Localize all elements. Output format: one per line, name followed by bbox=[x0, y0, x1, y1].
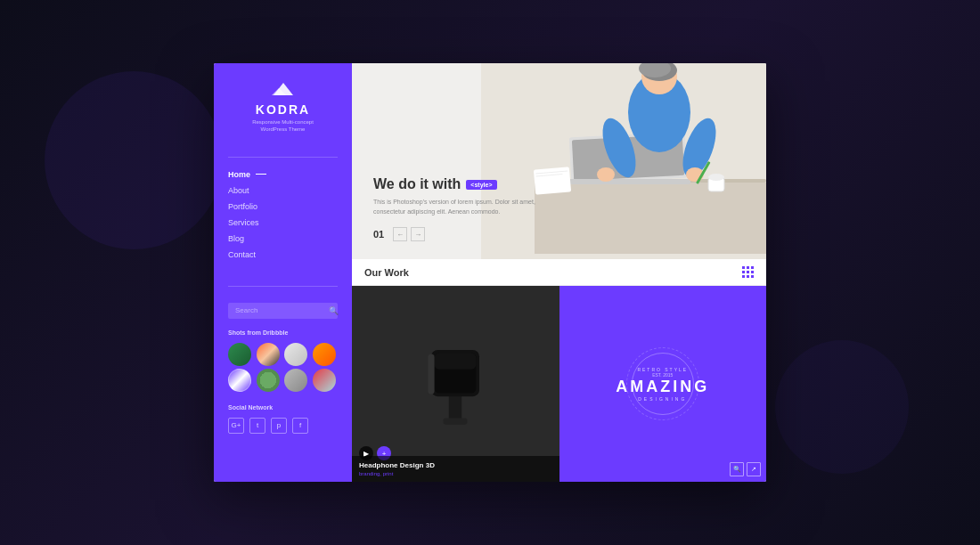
brand-name: KODRA bbox=[256, 102, 310, 117]
social-icon-facebook[interactable]: f bbox=[292, 418, 308, 434]
nav-item-portfolio[interactable]: Portfolio bbox=[228, 199, 338, 215]
dribbble-grid bbox=[228, 343, 338, 392]
sidebar-divider-1 bbox=[228, 157, 338, 158]
hero-text-area: We do it with <style> This is Photoshop'… bbox=[373, 176, 551, 241]
nav-label-portfolio: Portfolio bbox=[228, 202, 257, 211]
dribbble-shot-5[interactable] bbox=[228, 369, 251, 392]
portfolio-item-1-info: Headphone Design 3D branding, print bbox=[352, 456, 559, 482]
svg-rect-23 bbox=[444, 419, 468, 425]
headphone-3d-visual bbox=[415, 338, 495, 430]
dribbble-shot-8[interactable] bbox=[313, 369, 336, 392]
dribbble-label: Shots from Dribbble bbox=[228, 329, 338, 336]
nav-label-about: About bbox=[228, 186, 249, 195]
svg-rect-7 bbox=[566, 179, 690, 184]
dribbble-section: Shots from Dribbble bbox=[228, 329, 338, 404]
nav-label-contact: Contact bbox=[228, 250, 256, 259]
search-box[interactable]: 🔍 bbox=[228, 303, 338, 319]
portfolio-title: Our Work bbox=[364, 267, 409, 278]
social-icon-pinterest[interactable]: p bbox=[271, 418, 287, 434]
dribbble-shot-6[interactable] bbox=[257, 369, 280, 392]
dribbble-shot-3[interactable] bbox=[284, 343, 307, 366]
social-label: Social Network bbox=[228, 404, 338, 411]
dribbble-shot-4[interactable] bbox=[313, 343, 336, 366]
portfolio-item-1-title: Headphone Design 3D bbox=[359, 461, 552, 469]
nav-link-contact[interactable]: Contact bbox=[228, 250, 338, 259]
nav-dash-home bbox=[256, 174, 266, 175]
logo-icon bbox=[270, 81, 297, 97]
nav-item-contact[interactable]: Contact bbox=[228, 247, 338, 263]
nav-link-portfolio[interactable]: Portfolio bbox=[228, 202, 338, 211]
nav-menu: Home About Portfolio Services bbox=[228, 167, 338, 263]
amazing-badge: RETRO STYLE EST. 2015 Amazing DESIGNING bbox=[623, 344, 703, 424]
slide-number: 01 bbox=[373, 229, 384, 240]
nav-link-services[interactable]: Services bbox=[228, 218, 338, 227]
portfolio-external-link-button[interactable]: ↗ bbox=[747, 462, 761, 476]
social-icons: G+ t p f bbox=[228, 418, 338, 434]
nav-item-blog[interactable]: Blog bbox=[228, 231, 338, 247]
hero-nav: 01 ← → bbox=[373, 227, 551, 241]
nav-item-home[interactable]: Home bbox=[228, 167, 338, 183]
portfolio-item-2-actions: 🔍 ↗ bbox=[730, 462, 761, 476]
sidebar: KODRA Responsive Multi-concept WordPress… bbox=[214, 63, 352, 482]
badge-est-text: EST. 2015 bbox=[652, 372, 673, 378]
portfolio-item-1-tags: branding, print bbox=[359, 471, 552, 476]
dribbble-shot-7[interactable] bbox=[284, 369, 307, 392]
grid-view-toggle[interactable] bbox=[742, 266, 754, 278]
nav-link-home[interactable]: Home bbox=[228, 170, 338, 179]
nav-label-blog: Blog bbox=[228, 234, 244, 243]
svg-rect-27 bbox=[429, 354, 435, 395]
main-content: We do it with <style> This is Photoshop'… bbox=[352, 63, 766, 482]
svg-rect-26 bbox=[435, 354, 477, 370]
dribbble-shot-1[interactable] bbox=[228, 343, 251, 366]
badge-designing-text: DESIGNING bbox=[638, 396, 687, 402]
nav-label-home: Home bbox=[228, 170, 250, 179]
svg-point-14 bbox=[597, 167, 615, 182]
svg-point-18 bbox=[708, 174, 724, 181]
dribbble-shot-2[interactable] bbox=[257, 343, 280, 366]
portfolio-search-button[interactable]: 🔍 bbox=[730, 462, 744, 476]
hero-section: We do it with <style> This is Photoshop'… bbox=[352, 63, 766, 259]
style-badge: <style> bbox=[466, 180, 496, 190]
hero-arrows: ← → bbox=[393, 227, 425, 241]
nav-link-blog[interactable]: Blog bbox=[228, 234, 338, 243]
logo-area: KODRA Responsive Multi-concept WordPress… bbox=[228, 81, 338, 134]
screen-wrapper: KODRA Responsive Multi-concept WordPress… bbox=[0, 0, 980, 545]
hero-description: This is Photoshop's version of lorem ips… bbox=[373, 198, 551, 216]
badge-amazing-text: Amazing bbox=[616, 378, 709, 396]
search-button[interactable]: 🔍 bbox=[329, 306, 339, 315]
nav-item-services[interactable]: Services bbox=[228, 215, 338, 231]
portfolio-header: Our Work bbox=[352, 259, 766, 286]
prev-arrow-button[interactable]: ← bbox=[393, 227, 407, 241]
search-input[interactable] bbox=[235, 306, 329, 314]
social-icon-gplus[interactable]: G+ bbox=[228, 418, 244, 434]
next-arrow-button[interactable]: → bbox=[411, 227, 425, 241]
portfolio-grid: ▶ + Headphone Design 3D branding, print … bbox=[352, 286, 766, 482]
hero-title-prefix: We do it with bbox=[373, 176, 461, 192]
svg-rect-4 bbox=[535, 183, 766, 254]
nav-label-services: Services bbox=[228, 218, 259, 227]
nav-link-about[interactable]: About bbox=[228, 186, 338, 195]
hero-title: We do it with <style> bbox=[373, 176, 551, 192]
nav-item-about[interactable]: About bbox=[228, 183, 338, 199]
social-section: Social Network G+ t p f bbox=[228, 404, 338, 434]
portfolio-item-amazing: RETRO STYLE EST. 2015 Amazing DESIGNING … bbox=[559, 286, 767, 482]
sidebar-divider-2 bbox=[228, 286, 338, 287]
portfolio-item-headphone: ▶ + Headphone Design 3D branding, print bbox=[352, 286, 559, 482]
brand-subtitle: Responsive Multi-concept WordPress Theme bbox=[252, 118, 314, 134]
social-icon-twitter[interactable]: t bbox=[249, 418, 265, 434]
portfolio-section: Our Work bbox=[352, 259, 766, 482]
screen-frame: KODRA Responsive Multi-concept WordPress… bbox=[214, 63, 766, 482]
